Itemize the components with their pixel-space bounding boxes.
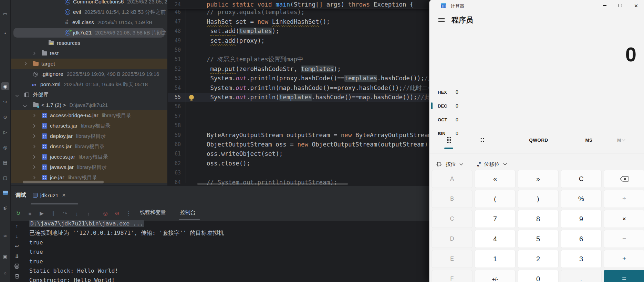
key-×[interactable]: × [604,210,644,228]
bitshift-dropdown[interactable]: »« 位移位 [477,161,506,168]
tree-row-evil.class[interactable]: 1001evil.class2025/6/1 01:55, 1.59 kB [11,17,167,28]
key-4[interactable]: 4 [475,230,516,248]
soft-wrap-icon[interactable]: ↩ [14,243,20,249]
scroll-up-icon[interactable]: ↑ [14,223,20,229]
editor-line-60[interactable]: 60ObjectOutputStream oss = new ObjectOut… [168,140,429,149]
search-icon[interactable]: ◎ [1,143,9,151]
key-0[interactable]: 0 [518,270,559,282]
key-+/-[interactable]: +/- [475,270,516,282]
editor-line-59[interactable]: 59ByteArrayOutputStream outputStream = n… [168,131,429,140]
key-C[interactable]: C [432,210,472,228]
key-)[interactable]: ) [518,190,559,208]
editor-line-49[interactable]: 49 set.add(proxy); [168,36,429,46]
tree-row-.gitignore[interactable]: .gitignore2025/5/19 19:09, 490 B 2025/5/… [11,69,167,79]
scroll-to-end-icon[interactable]: ⇊ [14,253,20,259]
find-icon[interactable]: ⊙ [1,113,9,121]
editor-line-61[interactable]: 61oss.writeObject(set); [168,149,429,159]
rerun-debug-icon[interactable]: ↻ [15,210,22,217]
full-keypad-toggle[interactable] [443,134,455,145]
editor-line-63[interactable]: 63 [168,168,429,178]
radix-row-hex[interactable]: HEX0 [429,85,644,99]
chevron-down-icon[interactable] [15,93,19,97]
tree-row-evil[interactable]: Cevil2025/6/1 01:54, 1.2 kB 53 分钟之前 [11,7,167,17]
chevron-right-icon[interactable] [32,134,35,138]
tree-row-charsets.jar[interactable]: charsets.jarlibrary根目录 [11,121,167,131]
key-C[interactable]: C [561,170,602,188]
key-«[interactable]: « [475,170,516,188]
services-icon[interactable]: ▢ [1,173,9,182]
more-options-icon[interactable]: ⋮ [125,210,132,217]
editor-line-58[interactable]: 58 [168,121,429,130]
tree-row-javaws.jar[interactable]: javaws.jarlibrary根目录 [11,162,167,172]
editor-line-53[interactable]: 53 System.out.println(proxy.hashCode()==… [168,74,429,83]
chevron-right-icon[interactable] [32,124,35,128]
editor-line-47[interactable]: 47HashSet set = new LinkedHashSet(); [168,17,429,27]
editor-line-48[interactable]: 48 set.add(templates); [168,27,429,36]
key-6[interactable]: 6 [561,230,602,248]
key-»[interactable]: » [518,170,559,188]
memory-menu-button[interactable]: M [617,135,625,145]
pause-icon[interactable]: ∥ [50,210,57,217]
tree-row-[interactable]: 外部库 [11,90,167,100]
chevron-down-icon[interactable] [23,104,27,107]
key-%[interactable]: % [561,190,602,208]
key-backspace[interactable] [604,170,644,188]
mute-breakpoints-icon[interactable]: ⊘ [114,210,121,217]
word-size-button[interactable]: QWORD [523,135,554,145]
run-icon[interactable]: ▷ [1,128,9,136]
code-editor[interactable]: 46// proxy.equals(templates);47HashSet s… [168,0,429,188]
chevron-right-icon[interactable] [32,145,35,148]
tree-row-access-bridge-64.jar[interactable]: access-bridge-64.jarlibrary根目录 [11,110,167,121]
tree-row-dnsns.jar[interactable]: dnsns.jarlibrary根目录 [11,141,167,152]
key-5[interactable]: 5 [518,230,559,248]
tab-threads-variables[interactable]: 线程和变量 [140,209,166,216]
tree-row-pom.xml[interactable]: mpom.xml2025/6/1 01:53, 16.46 kB 昨天 05:1… [11,79,167,90]
chevron-right-icon[interactable] [32,176,35,179]
tab-console[interactable]: 控制台 [180,209,196,216]
tree-row-target[interactable]: target [11,59,167,69]
step-out-icon[interactable]: ↑ [85,210,92,217]
radix-row-oct[interactable]: OCT0 [429,113,644,127]
commit-icon[interactable]: • [1,29,9,37]
debug-icon[interactable]: ◉ [1,82,9,90]
key-D[interactable]: D [432,230,472,248]
chevron-right-icon[interactable] [32,114,35,117]
key-E[interactable]: E [432,250,472,268]
editor-line-56[interactable]: 56 [168,102,429,111]
editor-horizontal-scrollbar[interactable] [197,183,348,185]
key-1[interactable]: 1 [475,250,516,268]
maximize-button[interactable] [612,0,628,11]
stop-icon[interactable]: ■ [27,210,33,217]
chevron-right-icon[interactable] [32,155,35,159]
chevron-right-icon[interactable] [32,165,35,169]
compare-icon[interactable]: ≶ [1,204,9,212]
intention-bulb-icon[interactable] [189,95,194,100]
tree-row-test[interactable]: test [11,48,167,59]
editor-line-57[interactable]: 57 [168,112,429,121]
chevron-right-icon[interactable] [32,52,35,55]
editor-line-52[interactable]: 52 map.put(zeroHashCodeStr, templates); [168,64,429,74]
close-icon[interactable]: ✕ [62,192,66,198]
key-9[interactable]: 9 [561,210,602,228]
tree-row-1.72[interactable]: < 1.7 (2) >D:\java7\jdk7u21 [11,100,167,110]
terminal-icon[interactable]: ▣ [1,252,9,261]
notifications-icon[interactable]: ○ [1,269,9,277]
key-B[interactable]: B [432,190,472,208]
key-([interactable]: ( [475,190,516,208]
editor-line-55[interactable]: 55 System.out.println(templates.hashCode… [168,93,429,102]
tree-row-jdk7u21[interactable]: Cjdk7u212025/6/6 21:08, 3.58 kB 片刻之前 [11,28,167,38]
key-+[interactable]: + [604,250,644,268]
tree-row-deploy.jar[interactable]: deploy.jarlibrary根目录 [11,131,167,141]
minimize-button[interactable] [596,0,612,11]
project-icon[interactable]: ▭ [1,10,9,18]
key-2[interactable]: 2 [518,250,559,268]
editor-line-50[interactable]: 50 [168,46,429,55]
key-.[interactable]: . [561,270,602,282]
editor-line-46[interactable]: 46// proxy.equals(templates); [168,8,429,17]
tree-row-CommonCollections6[interactable]: CCommonCollections62025/6/2 23:05, 2 [11,0,167,7]
bitwise-dropdown[interactable]: 按位 [436,161,463,168]
editor-line-54[interactable]: 54 System.out.println(map.hashCode()==pr… [168,83,429,93]
clear-all-icon[interactable] [14,273,20,279]
editor-line-62[interactable]: 62oss.close(); [168,159,429,168]
key-8[interactable]: 8 [518,210,559,228]
